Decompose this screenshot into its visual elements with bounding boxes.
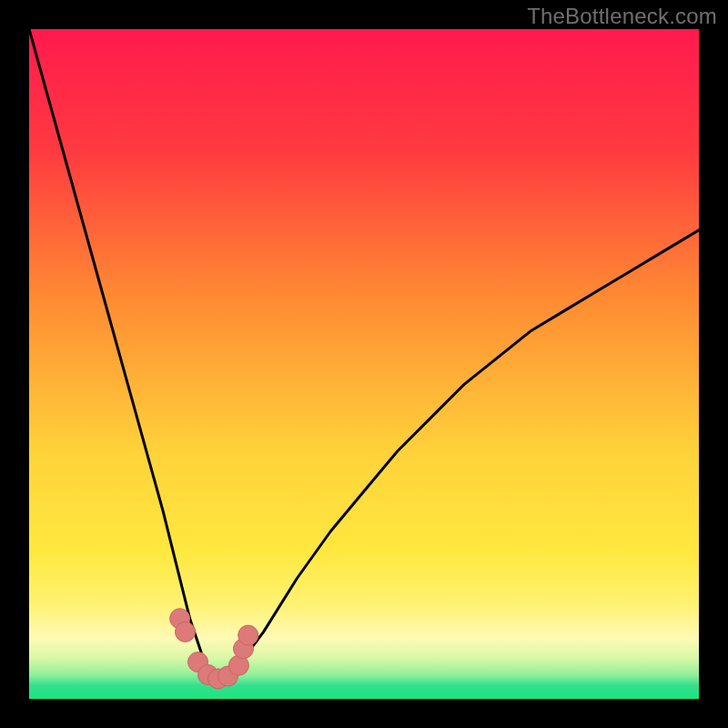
highlight-point bbox=[238, 625, 258, 645]
gradient-background bbox=[29, 29, 699, 699]
watermark-label: TheBottleneck.com bbox=[527, 4, 717, 29]
highlight-point bbox=[176, 622, 196, 642]
chart-frame: TheBottleneck.com bbox=[0, 0, 728, 728]
chart-svg bbox=[29, 29, 699, 699]
plot-area bbox=[29, 29, 699, 699]
